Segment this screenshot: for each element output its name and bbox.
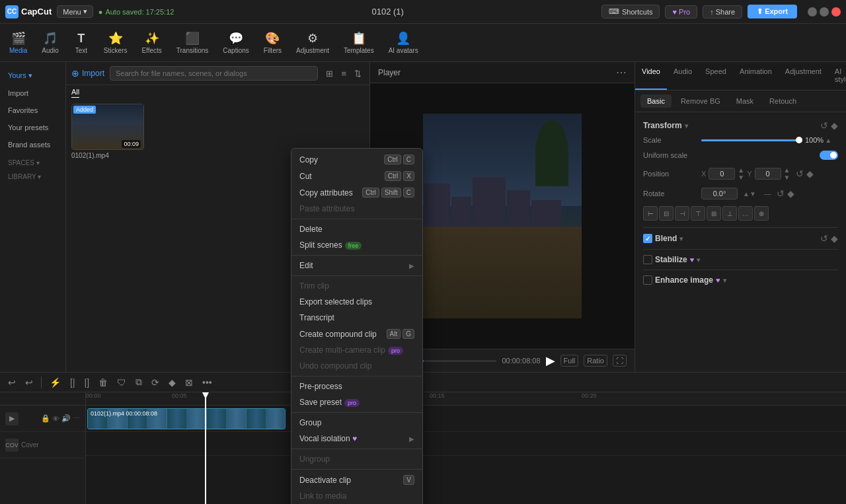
ctx-transcript[interactable]: Transcript [291, 310, 422, 326]
track-more-button[interactable]: ⋯ [73, 414, 80, 423]
ctx-pre-process[interactable]: Pre-process [291, 378, 422, 394]
filters-icon: 🎨 [265, 31, 280, 46]
marker-button[interactable]: ◆ [166, 376, 178, 389]
ctx-divider-3 [291, 275, 422, 276]
ctx-cut-label: Cut [299, 172, 312, 181]
keyboard-icon: ⌨ [609, 7, 619, 16]
tool-templates[interactable]: 📋 Templates [337, 28, 381, 57]
media-icon: 🎬 [11, 31, 26, 46]
tool-captions[interactable]: 💬 Captions [216, 28, 255, 57]
tool-ai-avatars[interactable]: 👤 AI avatars [382, 28, 425, 57]
ctrl-key-2: Ctrl [385, 171, 402, 181]
playhead[interactable] [205, 392, 206, 504]
tool-filters[interactable]: 🎨 Filters [257, 28, 288, 57]
ctx-deactivate-clip-label: Deactivate clip [299, 476, 351, 485]
crop-button[interactable]: ⊠ [182, 376, 196, 389]
ctx-create-multicamera: Create multi-camera clippro [291, 342, 422, 358]
track-lock-button[interactable]: 🔒 [41, 414, 50, 423]
pro-label: Pro [679, 8, 690, 16]
track-mute-button[interactable]: 👁 [52, 414, 59, 423]
ctx-export-selected[interactable]: Export selected clips [291, 294, 422, 310]
video-clip[interactable]: 0102(1).mp4 00:00:08:08 [87, 408, 286, 429]
ctx-edit[interactable]: Edit ▶ [291, 258, 422, 273]
tool-text[interactable]: T Text [67, 29, 96, 57]
ctx-divider-7 [291, 469, 422, 470]
ctx-split-scenes-label: Split scenesfree [299, 240, 362, 250]
heart-icon: ♥ [672, 8, 677, 16]
captions-icon: 💬 [229, 31, 243, 46]
ctx-delete[interactable]: Delete [291, 221, 422, 237]
trim-head-button[interactable]: [| [67, 376, 78, 389]
track-controls: 🔒 👁 🔊 ⋯ [41, 414, 80, 423]
timeline-ruler: 00:00 00:05 00:15 00:20 [86, 392, 846, 406]
forward-button[interactable]: ⟳ [149, 376, 162, 389]
redo-tool-button[interactable]: ↩ [22, 376, 36, 389]
shortcuts-button[interactable]: ⌨ Shortcuts [601, 5, 660, 18]
ctx-export-selected-label: Export selected clips [299, 297, 372, 306]
clip-thumb-7 [207, 409, 227, 429]
ctx-create-compound[interactable]: Create compound clip Alt G [291, 326, 422, 342]
ctx-paste-attributes: Paste attributes [291, 201, 422, 217]
logo-text: CapCut [21, 7, 52, 17]
ctx-vocal-isolation-label: Vocal isolation ♥ [299, 434, 357, 443]
tool-stickers[interactable]: ⭐ Stickers [97, 28, 134, 57]
trim-tail-button[interactable]: |] [82, 376, 93, 389]
tool-transitions[interactable]: ⬛ Transitions [170, 28, 215, 57]
split-button[interactable]: ⚡ [47, 376, 63, 389]
share-button[interactable]: ↑ Share [703, 5, 742, 18]
ruler-mark-2: 00:15 [430, 392, 445, 399]
ctx-copy[interactable]: Copy Ctrl C [291, 151, 422, 168]
pro-button[interactable]: ♥ Pro [665, 5, 697, 18]
track-audio-button[interactable]: 🔊 [61, 414, 71, 423]
captions-label: Captions [223, 47, 249, 54]
ctx-split-scenes[interactable]: Split scenesfree [291, 237, 422, 253]
ctx-group[interactable]: Group [291, 415, 422, 431]
copy-tl-button[interactable]: ⧉ [133, 375, 145, 389]
effects-label: Effects [141, 47, 161, 54]
main-toolbar: 🎬 Media 🎵 Audio T Text ⭐ Stickers ✨ Effe… [0, 24, 846, 62]
effects-icon: ✨ [145, 31, 159, 46]
vocal-isolation-arrow-icon: ▶ [409, 435, 414, 443]
tool-adjustment[interactable]: ⚙ Adjustment [289, 28, 336, 57]
tool-effects[interactable]: ✨ Effects [135, 28, 168, 57]
auto-saved-text: Auto saved: 17:25:12 [105, 8, 174, 16]
ctx-save-preset[interactable]: Save presetpro [291, 394, 422, 410]
delete-tl-button[interactable]: 🗑 [96, 376, 110, 389]
share-label: Share [716, 8, 735, 16]
export-label: Export [765, 7, 788, 15]
undo-tool-button[interactable]: ↩ [5, 376, 19, 389]
export-button[interactable]: ⬆ Export [748, 5, 797, 18]
ctx-ungroup-label: Ungroup [299, 454, 330, 464]
clip-thumb-9 [247, 409, 266, 429]
save-preset-pro-badge: pro [344, 399, 360, 407]
tl-separator-1 [41, 377, 42, 388]
share-icon: ↑ [710, 8, 714, 16]
protect-button[interactable]: 🛡 [114, 376, 129, 389]
minimize-button[interactable] [808, 7, 817, 17]
adjustment-icon: ⚙ [307, 31, 318, 46]
ctx-cut[interactable]: Cut Ctrl X [291, 168, 422, 184]
tool-media[interactable]: 🎬 Media [3, 28, 34, 57]
clip-label: 0102(1).mp4 00:00:08:08 [88, 409, 160, 418]
ctx-divider-6 [291, 449, 422, 449]
tool-audio[interactable]: 🎵 Audio [35, 28, 65, 57]
ctx-copy-attributes[interactable]: Copy attributes Ctrl Shift C [291, 184, 422, 201]
close-button[interactable] [831, 7, 841, 17]
split-scenes-free-badge: free [345, 242, 362, 250]
ai-avatars-icon: 👤 [396, 31, 410, 46]
templates-icon: 📋 [352, 31, 366, 46]
timeline: ↩ ↩ ⚡ [| |] 🗑 🛡 ⧉ ⟳ ◆ ⊠ ••• ▶ 🔒 👁 🔊 ⋯ [0, 372, 846, 504]
menu-button[interactable]: Menu ▾ [57, 5, 93, 18]
ctx-link-to-media-label: Link to media [299, 491, 346, 501]
ctx-edit-label: Edit [299, 261, 313, 270]
timeline-toolbar: ↩ ↩ ⚡ [| |] 🗑 🛡 ⧉ ⟳ ◆ ⊠ ••• [0, 373, 846, 392]
ctx-deactivate-clip[interactable]: Deactivate clip V [291, 472, 422, 488]
ctx-vocal-isolation[interactable]: Vocal isolation ♥ ▶ [291, 431, 422, 447]
maximize-button[interactable] [820, 7, 829, 17]
clip-thumb-6 [187, 409, 207, 429]
more-button[interactable]: ••• [200, 376, 215, 389]
ctx-trim-clip: Trim clip [291, 278, 422, 294]
c-key: C [403, 155, 414, 164]
audio-icon: 🎵 [43, 31, 58, 46]
ai-avatars-label: AI avatars [389, 47, 418, 54]
